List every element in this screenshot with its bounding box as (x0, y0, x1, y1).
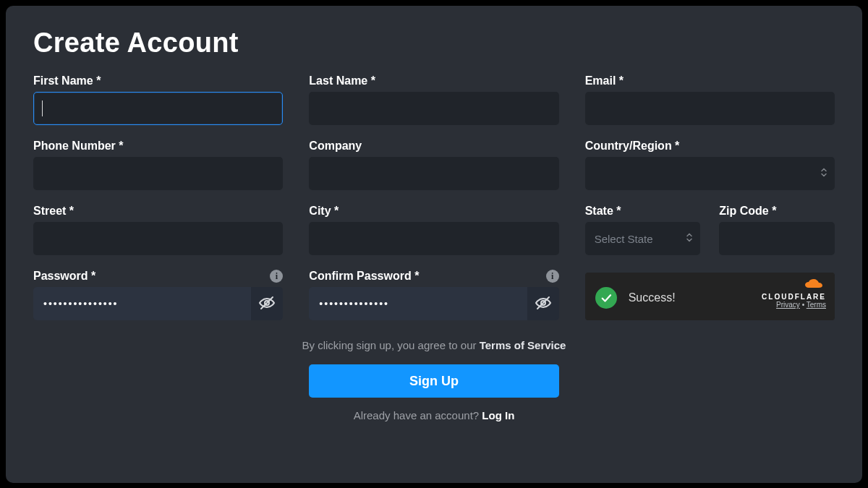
tos-line: By clicking sign up, you agree to our Te… (33, 339, 835, 351)
label-phone: Phone Number * (33, 140, 123, 153)
field-state: State * Select State (585, 205, 701, 255)
form-grid: First Name * Last Name * Email * Phone N… (33, 74, 835, 320)
label-street: Street * (33, 205, 74, 218)
field-country: Country/Region * (585, 140, 835, 190)
captcha-terms-link[interactable]: Terms (807, 301, 826, 309)
page-title: Create Account (33, 27, 835, 59)
eye-off-icon (535, 294, 552, 314)
label-last-name: Last Name * (309, 74, 375, 87)
confirm-password-input[interactable] (309, 287, 558, 320)
phone-input[interactable] (33, 157, 283, 190)
label-zip: Zip Code * (719, 205, 776, 218)
email-input[interactable] (585, 92, 835, 125)
city-input[interactable] (309, 222, 558, 255)
toggle-password-visibility-button[interactable] (251, 287, 283, 320)
cloudflare-brand: CLOUDFLARE Privacy • Terms (762, 278, 826, 309)
check-circle-icon (595, 287, 617, 309)
field-company: Company (309, 140, 558, 190)
cloudflare-icon (804, 278, 826, 293)
text-cursor (42, 100, 43, 116)
captcha-field: Success! CLOUDFLARE Privacy • Terms (585, 270, 835, 320)
tos-link[interactable]: Terms of Service (480, 339, 566, 351)
field-zip: Zip Code * (719, 205, 835, 255)
bottom-section: By clicking sign up, you agree to our Te… (33, 339, 835, 421)
password-input[interactable] (33, 287, 283, 320)
label-confirm-password: Confirm Password * (309, 270, 419, 283)
field-street: Street * (33, 205, 283, 255)
field-email: Email * (585, 74, 835, 125)
captcha-privacy-link[interactable]: Privacy (776, 301, 800, 309)
info-icon[interactable]: i (546, 270, 559, 283)
field-password: Password * i (33, 270, 283, 320)
field-confirm-password: Confirm Password * i (309, 270, 558, 320)
last-name-input[interactable] (309, 92, 558, 125)
label-password: Password * (33, 270, 95, 283)
captcha-success-text: Success! (629, 291, 676, 304)
label-company: Company (309, 140, 362, 153)
have-account-text: Already have an account? (354, 409, 482, 421)
create-account-panel: Create Account First Name * Last Name * … (6, 6, 862, 483)
state-zip-group: State * Select State Zip Code * (585, 205, 835, 255)
street-input[interactable] (33, 222, 283, 255)
state-select[interactable]: Select State (585, 222, 701, 255)
login-line: Already have an account? Log In (33, 409, 835, 421)
eye-off-icon (258, 294, 276, 314)
label-city: City * (309, 205, 339, 218)
field-last-name: Last Name * (309, 74, 558, 125)
field-first-name: First Name * (33, 74, 283, 125)
info-icon[interactable]: i (270, 270, 283, 283)
field-phone: Phone Number * (33, 140, 283, 190)
captcha-widget: Success! CLOUDFLARE Privacy • Terms (585, 273, 835, 320)
first-name-input[interactable] (33, 92, 283, 125)
country-select[interactable] (585, 157, 835, 190)
label-country: Country/Region * (585, 140, 680, 153)
toggle-confirm-password-visibility-button[interactable] (527, 287, 559, 320)
zip-input[interactable] (719, 222, 835, 255)
field-city: City * (309, 205, 558, 255)
label-first-name: First Name * (33, 74, 101, 87)
sign-up-button[interactable]: Sign Up (309, 364, 559, 398)
tos-prefix: By clicking sign up, you agree to our (302, 339, 480, 351)
label-email: Email * (585, 74, 624, 87)
label-state: State * (585, 205, 621, 218)
log-in-link[interactable]: Log In (482, 409, 514, 421)
cloudflare-wordmark: CLOUDFLARE (762, 293, 826, 301)
company-input[interactable] (309, 157, 558, 190)
